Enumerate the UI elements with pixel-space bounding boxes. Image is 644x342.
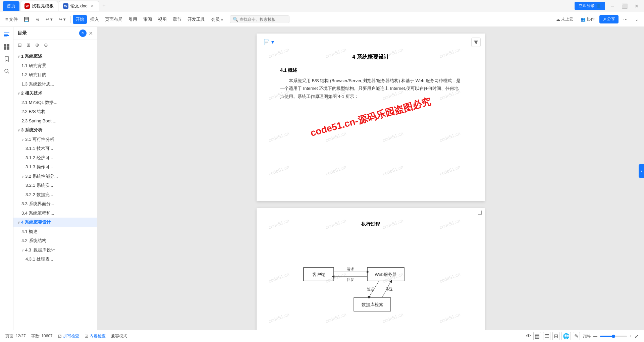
doc-icon-bar: 📄 ▾	[263, 39, 274, 45]
outline-item-3.3[interactable]: 3.3 系统界面分...	[13, 199, 97, 209]
add-tab-button[interactable]: ＋	[100, 2, 108, 10]
collapse-all-button[interactable]: ⊟	[16, 41, 23, 49]
member-menu-item[interactable]: 会员 »	[208, 15, 226, 24]
print-button[interactable]: 🖨	[33, 15, 42, 23]
review-menu-item[interactable]: 审阅	[141, 15, 155, 24]
svg-rect-6	[4, 47, 6, 50]
start-label: 开始	[75, 17, 84, 22]
outline-item-2[interactable]: ∨2 相关技术	[13, 89, 97, 98]
svg-text:验证: 验证	[367, 287, 374, 291]
file-menu-item[interactable]: ≡ 文件	[3, 15, 20, 24]
outline-item-3.4[interactable]: 3.4 系统流程和...	[13, 209, 97, 218]
start-menu-item[interactable]: 开始	[73, 15, 87, 24]
zoom-minus-button[interactable]: —	[592, 334, 599, 339]
svg-rect-7	[7, 47, 9, 50]
outline-item-4[interactable]: ∨4 系统概要设计	[13, 218, 97, 227]
outline-item-1.2[interactable]: 1.2 研究目的	[13, 70, 97, 79]
panel-header: 目录 ↻ ✕	[13, 27, 97, 40]
outline-item-3.1[interactable]: ∨3.1 可行性分析	[13, 135, 97, 144]
filter-icon[interactable]	[471, 38, 481, 47]
layout-menu-item[interactable]: 页面布局	[102, 15, 125, 24]
share-button[interactable]: ↗ 分享	[599, 15, 619, 23]
tab-template[interactable]: W 找程亮模板	[20, 1, 58, 11]
tab-doc[interactable]: W 论文.doc ✕	[59, 1, 99, 11]
redo-button[interactable]: ↪ ▾	[56, 15, 68, 23]
login-label: 立即登录	[579, 3, 595, 9]
remove-heading-button[interactable]: ⊖	[42, 41, 50, 49]
outline-item-3.2[interactable]: ∨3.2 系统性能分...	[13, 172, 97, 181]
panel-close-button[interactable]: ✕	[89, 30, 93, 37]
outline-item-3.1.3[interactable]: 3.1.3 操作可...	[13, 162, 97, 172]
outline-item-3.2.2[interactable]: 3.2.2 数据完...	[13, 190, 97, 199]
svg-rect-2	[4, 35, 9, 36]
fullscreen-button[interactable]: ⤢	[635, 334, 639, 339]
zoom-slider[interactable]	[600, 336, 627, 337]
eye-icon[interactable]: 👁	[526, 333, 531, 339]
outline-item-2.3[interactable]: 2.3 Spring Boot ...	[13, 116, 97, 126]
search-box[interactable]: 🔍	[230, 15, 289, 23]
outline-item-4.2[interactable]: 4.2 系统结构	[13, 236, 97, 245]
db-label: 数据库检索	[362, 302, 383, 307]
outline-list: ∨1 系统概述1.1 研究背景1.2 研究目的1.3 系统设计思...∨2 相关…	[13, 50, 97, 330]
reference-menu-item[interactable]: 引用	[126, 15, 140, 24]
close-icon[interactable]: ✕	[90, 3, 95, 9]
outline-item-1.1[interactable]: 1.1 研究背景	[13, 61, 97, 70]
file-icon: ≡	[5, 17, 8, 22]
outline-item-3[interactable]: ∨3 系统分析	[13, 125, 97, 135]
minimize-button[interactable]: ─	[608, 1, 617, 11]
tab-home[interactable]: 首页	[3, 1, 19, 11]
right-panel-collapse-button[interactable]: ›	[639, 164, 644, 178]
outline-item-1.3[interactable]: 1.3 系统设计思...	[13, 79, 97, 89]
sidebar-bookmark-icon[interactable]	[1, 54, 12, 64]
search-input[interactable]	[239, 17, 286, 22]
panel-title: 目录	[17, 30, 27, 36]
outline-item-1[interactable]: ∨1 系统概述	[13, 52, 97, 61]
check-icon: ☑	[58, 334, 62, 339]
undo-redo-button[interactable]: ↩ ▾	[43, 15, 55, 23]
doc-dropdown-icon[interactable]: ▾	[271, 39, 274, 45]
more-button[interactable]: ⋯	[621, 15, 630, 23]
client-label: 客户端	[312, 272, 325, 277]
outline-item-4.1[interactable]: 4.1 概述	[13, 227, 97, 236]
outline-item-2.1[interactable]: 2.1 MYSQL 数据...	[13, 98, 97, 107]
spell-check-group: ☑ 拼写检查	[58, 333, 79, 339]
login-button[interactable]: 立即登录 👤	[575, 2, 605, 10]
text-view-icon[interactable]: ▤	[533, 332, 541, 340]
chapter-label: 章节	[173, 17, 181, 22]
zoom-plus-button[interactable]: +	[628, 334, 633, 339]
pen-icon[interactable]: ✎	[573, 332, 580, 340]
outline-item-4.3.1[interactable]: 4.3.1 处理表...	[13, 254, 97, 264]
spell-check-label[interactable]: 拼写检查	[63, 333, 79, 339]
cloud-button[interactable]: ☁ 未上云	[553, 15, 576, 23]
collab-button[interactable]: 👥 协作	[578, 15, 597, 23]
outline-item-2.2[interactable]: 2.2 B/S 结构	[13, 107, 97, 116]
expand-all-button[interactable]: ⊞	[25, 41, 32, 49]
outline-item-4.3[interactable]: ∨4.3 .数据库设计	[13, 245, 97, 255]
maximize-button[interactable]: ⬜	[620, 1, 629, 11]
list-view-icon[interactable]: ☰	[543, 332, 550, 340]
doc-area[interactable]: code51.cn code51.cn code51.cn code51.cn …	[97, 27, 644, 330]
outline-item-3.1.1[interactable]: 3.1.1 技术可...	[13, 144, 97, 153]
devtools-menu-item[interactable]: 开发工具	[185, 15, 208, 24]
search-icon: 🔍	[233, 17, 238, 22]
outline-item-3.2.1[interactable]: 3.2.1 系统安...	[13, 181, 97, 190]
add-heading-button[interactable]: ⊕	[34, 41, 41, 49]
sidebar-grid-icon[interactable]	[1, 42, 12, 52]
sidebar-search-icon[interactable]	[1, 66, 12, 76]
globe-icon[interactable]: 🌐	[561, 332, 571, 340]
panel-refresh-button[interactable]: ↻	[79, 30, 87, 37]
view-menu-item[interactable]: 视图	[155, 15, 169, 24]
insert-menu-item[interactable]: 插入	[88, 15, 102, 24]
reference-label: 引用	[128, 17, 137, 22]
sidebar-outline-icon[interactable]	[1, 30, 12, 40]
content-check-label[interactable]: 内容检查	[90, 333, 106, 339]
outline-item-3.1.2[interactable]: 3.1.2 经济可...	[13, 153, 97, 163]
share-label: 分享	[607, 16, 615, 22]
undo-button[interactable]: 💾	[21, 15, 32, 23]
cloud-label: 未上云	[561, 16, 573, 22]
close-window-button[interactable]: ✕	[632, 1, 641, 11]
expand-button[interactable]: ⌄	[632, 15, 641, 23]
chapter-menu-item[interactable]: 章节	[170, 15, 184, 24]
columns-view-icon[interactable]: ⊟	[552, 332, 559, 340]
toggle-icon: ∨	[21, 248, 24, 252]
